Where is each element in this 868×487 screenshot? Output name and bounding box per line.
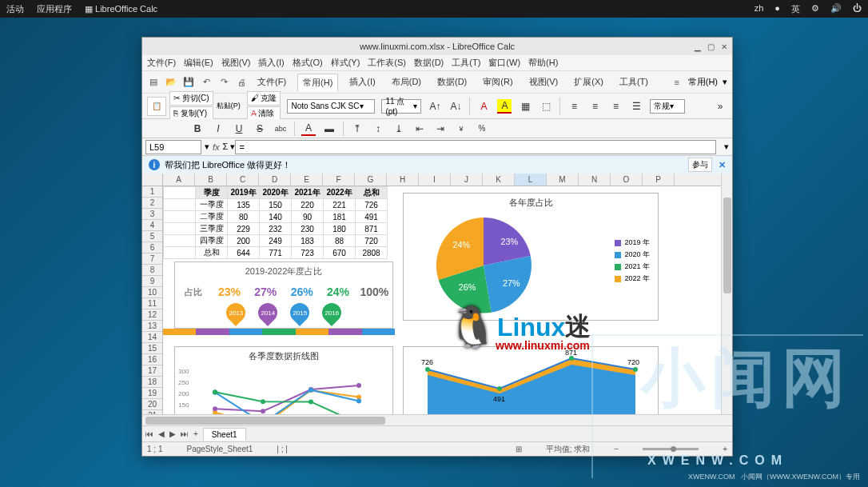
line-chart[interactable]: 各季度数据折线图 300 250 200 150 100 [174,346,393,414]
fontcolor2-icon[interactable]: A [301,122,316,136]
open-icon[interactable]: 📂 [165,76,177,89]
highlight-icon[interactable]: A [497,99,512,114]
column-headers[interactable]: ABCDEFGHIJKLMNOP [163,174,721,186]
tab-home-right[interactable]: 常用(H) [688,76,718,88]
formula-input[interactable]: = [235,140,716,154]
horizontal-scrollbar[interactable] [142,415,732,425]
valign-mid-icon[interactable]: ↕ [371,122,385,136]
currency-icon[interactable]: ¥ [454,122,468,136]
menu-insert[interactable]: 插入(I) [258,57,284,69]
percent-chart[interactable]: 2019-2022年度占比 占比23%27%26%24%100% 2013201… [174,261,393,329]
name-box[interactable]: L59 [145,140,201,154]
print-icon[interactable]: 🖨 [235,76,248,89]
menu-chevron-icon[interactable]: ≡ [671,76,683,89]
italic-icon[interactable]: I [211,122,225,136]
menu-sheet[interactable]: 工作表(S) [368,57,406,69]
zoom-in-icon[interactable]: + [723,445,727,453]
first-sheet-icon[interactable]: ⏮ [145,429,153,438]
tab-layout[interactable]: 布局(D) [387,74,426,91]
menu-file[interactable]: 文件(F) [147,57,176,69]
zoom-out-icon[interactable]: − [614,445,619,453]
paste-icon[interactable]: 📋 [147,97,166,116]
tab-review[interactable]: 审阅(R) [478,74,517,91]
more-icon[interactable]: » [713,99,727,114]
number-format-combo[interactable]: 常规▾ [650,99,685,114]
indent-dec-icon[interactable]: ⇤ [412,122,427,136]
tray-input[interactable]: zh [755,3,764,15]
border-icon[interactable]: ▦ [518,99,532,114]
undo-icon[interactable]: ↶ [200,76,213,89]
tab-file[interactable]: 文件(F) [253,74,291,91]
grow-font-icon[interactable]: A↑ [428,99,442,114]
close-info-icon[interactable]: ✕ [719,160,726,170]
percent-icon[interactable]: % [475,122,489,136]
row-headers[interactable]: 1234567891011121314151617181920212223242… [142,186,163,414]
tab-data[interactable]: 数据(D) [432,74,472,91]
maximize-button[interactable]: ▢ [707,42,715,51]
tray-lang[interactable]: 英 [791,3,800,15]
indent-inc-icon[interactable]: ⇥ [433,122,448,136]
bold-icon[interactable]: B [190,122,205,136]
tab-tools[interactable]: 工具(T) [615,74,653,91]
participate-button[interactable]: 参与 [688,158,712,172]
menu-help[interactable]: 帮助(H) [528,57,558,69]
redo-icon[interactable]: ↷ [217,76,230,89]
tab-view[interactable]: 视图(V) [524,74,563,91]
save-icon[interactable]: 💾 [182,76,195,89]
applications[interactable]: 应用程序 [37,3,72,15]
tray-power-icon[interactable]: ⏻ [853,3,862,15]
menu-view[interactable]: 视图(V) [221,57,251,69]
cell-grid[interactable]: ABCDEFGHIJKLMNOP 12345678910111213141516… [142,174,721,414]
last-sheet-icon[interactable]: ⏭ [181,429,189,438]
cells-viewport[interactable]: 季度2019年2020年2021年2022年总和一季度1351502202217… [163,186,721,414]
sum-icon[interactable]: Σ ▾ [223,142,236,152]
tray-dot[interactable]: ● [774,3,780,15]
menu-data[interactable]: 数据(D) [414,57,444,69]
minimize-button[interactable]: ▁ [695,42,701,51]
tab-insert[interactable]: 插入(I) [344,74,380,91]
menu-format[interactable]: 格式(O) [293,57,323,69]
font-color-icon[interactable]: A [476,99,491,114]
align-left-icon[interactable]: ≡ [567,99,581,114]
area-chart[interactable]: 726 491 871 720 [403,346,659,414]
tray-settings-icon[interactable]: ⚙ [811,3,819,15]
font-size-combo[interactable]: 11 点 (pt) ▾ [381,99,421,114]
menu-edit[interactable]: 编辑(E) [184,57,213,69]
valign-bot-icon[interactable]: ⤓ [392,122,406,136]
tray-volume-icon[interactable]: 🔊 [830,3,842,15]
valign-top-icon[interactable]: ⤒ [350,122,364,136]
fill-icon[interactable]: ▬ [322,122,336,136]
svg-text:300: 300 [178,368,189,375]
dropdown-icon[interactable]: ▾ [723,77,727,87]
cut-button[interactable]: ✂ 剪切(C) [169,91,213,106]
strike-icon[interactable]: S [253,122,267,136]
vertical-scrollbar[interactable] [721,174,732,414]
tab-home[interactable]: 常用(H) [297,74,338,91]
abc-icon[interactable]: abc [273,122,288,136]
font-name-combo[interactable]: Noto Sans CJK SC ▾ [287,99,375,114]
svg-text:26%: 26% [459,282,476,292]
clone-format-button[interactable]: 🖌 克隆 [247,91,281,106]
status-insert-icon[interactable]: ⊞ [516,445,522,453]
shrink-font-icon[interactable]: A↓ [448,99,463,114]
zoom-slider[interactable] [643,448,699,450]
merge-icon[interactable]: ⬚ [539,99,553,114]
underline-icon[interactable]: U [232,122,246,136]
add-sheet-icon[interactable]: + [193,429,198,438]
new-icon[interactable]: ▤ [147,76,160,89]
menu-styles[interactable]: 样式(Y) [331,57,360,69]
tab-extension[interactable]: 扩展(X) [569,74,608,91]
close-button[interactable]: ✕ [721,42,727,51]
next-sheet-icon[interactable]: ▶ [169,429,176,438]
select-all-corner[interactable] [142,174,163,186]
prev-sheet-icon[interactable]: ◀ [158,429,165,438]
align-right-icon[interactable]: ≡ [608,99,623,114]
pie-chart[interactable]: 各年度占比 23% 27% 26% 24% 2019 年2020 年2021 年… [403,193,659,321]
menu-window[interactable]: 窗口(W) [488,57,520,69]
list-icon[interactable]: ☰ [629,99,643,114]
activities[interactable]: 活动 [6,3,24,15]
menu-tools[interactable]: 工具(T) [452,57,480,69]
formula-expand-icon[interactable]: ▾ [721,142,732,152]
sheet-tab[interactable]: Sheet1 [203,428,246,441]
align-center-icon[interactable]: ≡ [587,99,602,114]
